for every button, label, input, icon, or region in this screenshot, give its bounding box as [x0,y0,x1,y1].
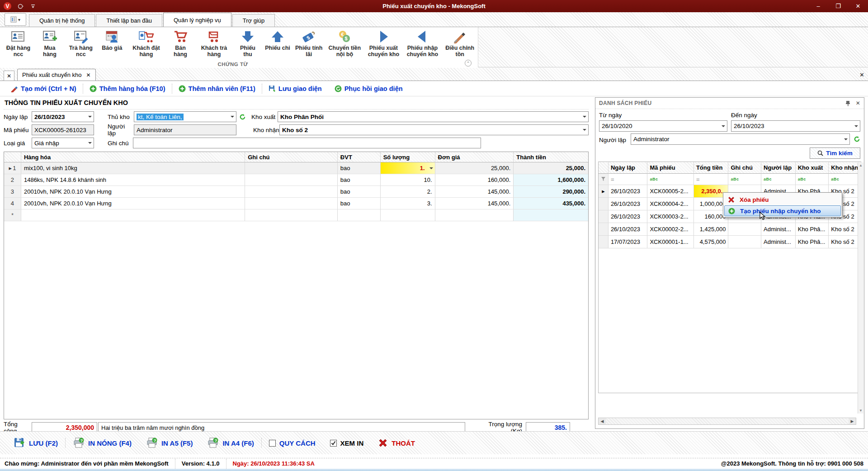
ribbon-button-chuyen-tien-noi-bo[interactable]: €$ Chuyển tiền nội bộ [325,28,364,58]
tab-thiet-lap-ban-dau[interactable]: Thiết lập ban đầu [96,14,162,27]
table-row[interactable]: ▸1 mix100, vi sinh 10kg bao 1. 25,000. 2… [4,162,588,174]
xem-in-checkbox[interactable]: XEM IN [323,439,371,447]
maximize-button[interactable]: ❐ [828,0,848,12]
table-row[interactable]: 3 20010vh, NPK 20.0.10 Vạn Hưng bao 2. 1… [4,186,588,198]
quantity-cell-selected[interactable]: 1. [381,162,435,174]
refresh-icon[interactable] [854,136,860,143]
header-kho-nhan[interactable]: Kho nhận [829,162,861,174]
print-a4-button[interactable]: ? IN A4 (F6) [200,437,261,449]
den-ngay-field[interactable]: 26/10/2023 [731,120,860,132]
chevron-down-icon[interactable] [842,134,849,144]
tab-quan-ly-nghiep-vu[interactable]: Quản lý nghiệp vụ [163,13,231,27]
pin-icon[interactable] [845,100,850,106]
header-ngay-lap[interactable]: Ngày lập [609,162,648,174]
ribbon-button-tra-hang-ncc[interactable]: Trả hàng ncc [65,28,97,58]
ribbon-button-phieu-thu[interactable]: Phiếu thu [233,28,263,58]
ma-phieu-field[interactable] [32,124,94,135]
header-ghi-chu[interactable]: Ghi chú [245,152,338,162]
quy-cach-checkbox[interactable]: QUY CÁCH [262,439,323,447]
chevron-down-icon[interactable] [581,112,588,122]
header-dvt[interactable]: ĐVT [338,152,381,162]
kho-nhan-field[interactable]: Kho số 2 [279,124,589,135]
print-a5-button[interactable]: ? IN A5 (F5) [139,437,200,449]
chevron-down-icon[interactable] [428,162,435,174]
tab-quan-tri-he-thong[interactable]: Quản trị hệ thống [29,14,95,27]
vertical-scrollbar[interactable]: ▲ ▼ [858,162,863,414]
thu-kho-field[interactable]: kt, Kế toán Liên, [134,111,236,122]
table-row[interactable]: 4 20010vh, NPK 20.0.10 Vạn Hưng bao 3. 1… [4,198,588,209]
close-all-tabs-button[interactable]: ✕ [4,71,14,81]
tab-close-icon[interactable]: ✕ [86,72,91,78]
ribbon-button-dat-hang-ncc[interactable]: Đặt hàng ncc [2,28,35,58]
loai-gia-field[interactable]: Giá nhập [32,138,94,148]
ghi-chu-field[interactable] [133,138,481,148]
header-ghi-chu[interactable]: Ghi chú [728,162,761,174]
header-so-luong[interactable]: Số lượng [381,152,435,162]
quick-access-circle-icon[interactable] [18,3,24,10]
filter-cell[interactable]: aBc [796,174,829,185]
scroll-left-icon[interactable]: ◀ [599,418,606,424]
ribbon-button-khach-tra-hang[interactable]: Khách trả hàng [195,28,233,58]
ribbon-button-bao-gia[interactable]: Báo giá [97,28,127,58]
ribbon-button-phieu-tinh-lai[interactable]: $ Phiếu tính lãi [292,28,325,58]
header-thanh-tien[interactable]: Thành tiền [514,152,588,162]
header-tong-tien[interactable]: Tổng tiền [694,162,729,174]
table-row[interactable]: 26/10/2023 XCK00002-2... 1,425,000 Admin… [599,223,861,236]
kho-xuat-field[interactable]: Kho Phân Phối [278,111,589,122]
filter-row[interactable]: = aBc = aBc aBc aBc aBc [599,174,861,185]
add-employee-button[interactable]: Thêm nhân viên (F11) [172,83,262,94]
tab-phieu-xuat-chuyen-kho[interactable]: Phiếu xuất chuyển kho ✕ [17,69,96,81]
app-menu-button[interactable]: ▾ [5,13,26,26]
filter-cell[interactable]: aBc [728,174,761,185]
tab-tro-giup[interactable]: Trợ giúp [232,14,275,27]
chevron-down-icon[interactable] [229,112,236,122]
checkbox-unchecked-icon[interactable] [269,440,276,447]
ribbon-button-dieu-chinh-ton[interactable]: Điều chỉnh tồn [442,28,478,58]
filter-cell[interactable]: aBc [761,174,796,185]
ribbon-collapse-icon[interactable]: ⌃ [465,60,472,67]
restore-layout-button[interactable]: Phục hồi giao diện [328,83,409,94]
nguoi-lap-filter-field[interactable]: Administrator [631,133,850,145]
chevron-down-icon[interactable] [86,112,94,122]
create-new-button[interactable]: Tạo mới (Ctrl + N) [5,83,83,94]
scroll-right-icon[interactable]: ▶ [849,418,856,424]
table-row[interactable]: 2 1486ks, NPK 14.8.6 khánh sinh bao 10. … [4,174,588,186]
header-kho-xuat[interactable]: Kho xuất [796,162,829,174]
toolbar-options-icon[interactable] [30,4,36,9]
chevron-down-icon[interactable] [581,125,588,135]
refresh-icon[interactable] [239,114,246,120]
horizontal-scrollbar[interactable]: ◀ ▶ [598,418,856,425]
header-don-gia[interactable]: Đơn giá [435,152,514,162]
new-row[interactable]: * [4,209,588,221]
ribbon-button-phieu-chi[interactable]: Phiếu chi [263,28,292,58]
ribbon-button-ban-hang[interactable]: Bán hàng [165,28,195,58]
tabbar-close-icon[interactable]: ✕ [859,71,864,78]
exit-button[interactable]: THOÁT [371,438,422,448]
header-nguoi-lap[interactable]: Người lập [761,162,796,174]
table-row[interactable]: 17/07/2023 XCK00001-1... 4,575,000 Admin… [599,236,861,248]
save-button[interactable]: LƯU (F2) [6,437,65,449]
save-layout-button[interactable]: Lưu giao diện [262,83,328,94]
ngay-lap-field[interactable]: 26/10/2023 [32,111,94,122]
scroll-down-icon[interactable]: ▼ [859,409,863,413]
print-hot-button[interactable]: ? IN NÓNG (F4) [66,437,139,449]
search-button[interactable]: Tìm kiếm [810,147,860,159]
ribbon-button-phieu-xuat-chuyen-kho[interactable]: Phiếu xuất chuyển kho [364,28,403,58]
filter-cell[interactable]: = [609,174,648,185]
header-hang-hoa[interactable]: Hàng hóa [21,152,245,162]
ribbon-button-mua-hang[interactable]: Mua hàng [35,28,65,58]
filter-cell[interactable]: aBc [647,174,693,185]
menu-item-create-import[interactable]: Tạo phiếu nhập chuyển kho [724,205,841,216]
scroll-up-icon[interactable]: ▲ [859,163,863,167]
panel-close-icon[interactable]: ✕ [856,100,860,106]
header-ma-phieu[interactable]: Mã phiếu [647,162,693,174]
filter-cell[interactable]: = [694,174,729,185]
ribbon-button-phieu-nhap-chuyen-kho[interactable]: Phiếu nhập chuyển kho [403,28,442,58]
close-button[interactable]: ✕ [848,0,868,12]
minimize-button[interactable]: – [808,0,828,12]
chevron-down-icon[interactable] [86,138,94,148]
chevron-down-icon[interactable] [853,121,860,131]
nguoi-lap-field[interactable] [134,124,236,135]
menu-item-delete[interactable]: Xóa phiếu [724,194,841,205]
filter-cell[interactable]: aBc [829,174,861,185]
